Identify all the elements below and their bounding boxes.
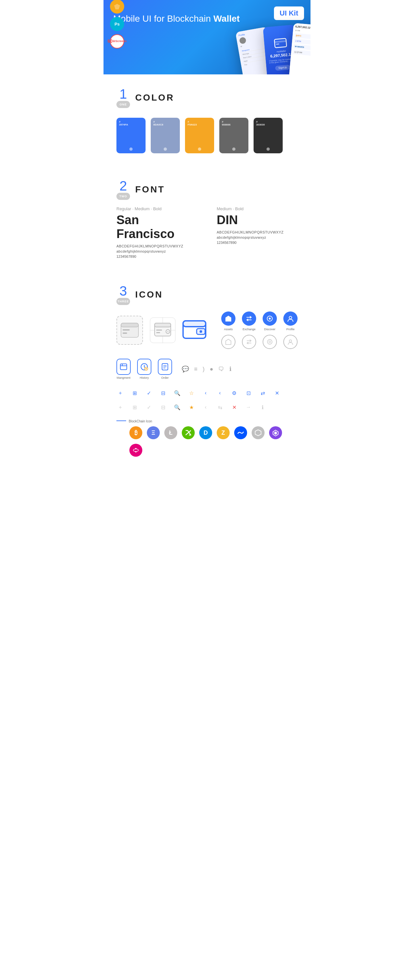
icon-eth-hex [252,426,264,439]
svg-point-41 [133,449,139,452]
screen-count-badge: 60+ Screens [110,34,124,49]
icon-transfer: ⇄ [259,389,266,397]
app-icon-row: Mangment History Order 💬 ≡ ) [116,359,298,379]
color-card-blue: #3574FA [116,118,145,153]
color-card-gray-blue: #8DA0C8 [151,118,180,153]
svg-point-24 [289,316,292,319]
svg-marker-40 [274,431,277,435]
icon-share: ‹ [216,389,224,397]
color-section-header: 1 ONE COLOR [104,75,310,115]
section-number-1: 1 ONE [116,88,130,108]
icon-moon: ) [203,366,205,372]
font-section: Regular · Medium · Bold San Francisco AB… [104,206,310,271]
svg-rect-13 [154,323,171,327]
icon-circle: ● [210,366,213,372]
icon-main-row: Assets Exchange Discover [116,312,298,349]
svg-rect-7 [123,329,130,331]
color-card-dark: #303030 [253,118,283,153]
svg-rect-18 [183,321,206,327]
icon-named-top-row: Assets Exchange Discover [221,312,298,331]
phone-mockups: Profile AI Mangment Message Red Collect … [181,16,310,75]
icon-discover-outline [263,335,277,349]
icon-document-ghost: ⊞ [131,403,139,411]
svg-point-26 [268,340,272,344]
small-icons-row-2: ＋ ⊞ ✓ ⊟ 🔍 ★ ‹ ⇆ ✕ → ℹ [116,400,298,414]
icon-dash: D [199,426,212,439]
icon-matic [269,426,282,439]
svg-rect-4 [276,43,279,45]
icon-check: ✓ [145,389,153,397]
svg-rect-6 [121,323,139,327]
icon-ethereum: Ξ [147,426,160,439]
svg-rect-2 [274,38,287,48]
crypto-icons-row: ₿ Ξ Ł D Z [116,426,298,469]
icon-blue-wallet [182,318,208,342]
icon-share-ghost: ⇆ [216,403,224,411]
svg-point-28 [289,340,291,342]
icon-grid: ⊟ [159,389,167,397]
icon-search-ghost: 🔍 [174,403,181,411]
icon-star-active: ☆ [188,389,195,397]
icon-close: ✕ [273,389,281,397]
sketch-badge [110,0,124,14]
icon-plus: ＋ [116,389,124,397]
section-number-2: 2 TWO [116,179,130,200]
svg-point-27 [269,341,271,342]
icon-exchange-outline [242,335,256,349]
icon-mangment: Mangment [116,359,131,379]
hero-section: Mobile UI for Blockchain Wallet UI Kit P… [104,0,310,75]
icon-polkadot [129,444,142,457]
svg-rect-3 [275,40,286,43]
photoshop-badge: Ps [110,17,124,31]
icon-profile-outline [283,335,298,349]
svg-point-23 [269,318,271,320]
icon-section: Assets Exchange Discover [104,312,310,482]
icon-order: Order [158,359,172,379]
svg-marker-38 [255,430,261,436]
icon-litecoin: Ł [164,426,177,439]
svg-marker-21 [225,316,231,321]
icon-neo [182,426,195,439]
icon-assets-outline [221,335,236,349]
icon-back-ghost: ‹ [202,403,210,411]
icon-section-header: 3 THREE ICON [104,271,310,312]
icon-layers: ≡ [194,366,197,372]
icon-star-ghost: ★ [188,403,195,411]
font-grid: Regular · Medium · Bold San Francisco AB… [116,206,298,258]
icon-speech: 🗨 [218,366,224,372]
icon-discover: Discover [263,312,277,331]
tool-badges: Ps 60+ Screens [110,0,124,49]
color-grid: #3574FA #8DA0C8 #F5A623 #666666 #303030 [104,115,310,166]
font-col-sf: Regular · Medium · Bold San Francisco AB… [116,206,197,258]
misc-icons-row: 💬 ≡ ) ● 🗨 ℹ [182,366,232,372]
icon-zcash: Z [217,426,230,439]
font-section-header: 2 TWO FONT [104,166,310,206]
icon-info-ghost: ℹ [259,403,266,411]
icon-history: History [137,359,151,379]
svg-point-20 [199,330,202,333]
icon-named-group: Assets Exchange Discover [221,312,298,349]
svg-rect-14 [156,329,162,331]
icon-profile: Profile [283,312,298,331]
icon-grid-ghost: ⊟ [159,403,167,411]
icon-info: ℹ [229,366,232,372]
icon-forward-ghost: → [245,403,252,411]
icon-upload: ⊡ [245,389,252,397]
font-col-din: Medium · Bold DIN ABCDEFGHIJKLMNOPQRSTUV… [217,206,298,258]
section-number-3: 3 THREE [116,284,130,305]
icon-assets: Assets [221,312,236,331]
svg-rect-8 [123,332,127,334]
icon-close-ghost: ✕ [230,403,238,411]
icon-document-add: ⊞ [131,389,139,397]
icon-settings: ⚙ [230,389,238,397]
svg-marker-25 [226,339,231,344]
svg-rect-29 [120,364,127,370]
color-card-orange: #F5A623 [185,118,214,153]
icon-chat: 💬 [182,366,189,372]
blockchain-divider [116,420,126,421]
svg-rect-15 [156,332,160,333]
main-content: 1 ONE COLOR #3574FA #8DA0C8 #F5A623 #666… [104,75,310,482]
icon-exchange: Exchange [242,312,256,331]
icon-wireframe-2 [150,316,176,345]
blockchain-icon-header: BlockChain Icon [116,414,298,426]
